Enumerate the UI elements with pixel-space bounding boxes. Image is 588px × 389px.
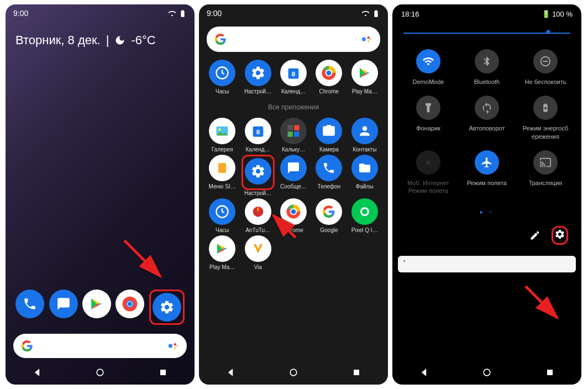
- app-label: Google: [320, 227, 338, 233]
- app-label: Часы: [216, 88, 229, 94]
- dock-chrome[interactable]: [116, 290, 144, 318]
- nav-recent[interactable]: [351, 367, 362, 378]
- app-файлы[interactable]: Файлы: [348, 155, 382, 196]
- qs-cast-icon[interactable]: Трансляция: [518, 150, 573, 195]
- svg-text:8: 8: [256, 128, 260, 135]
- qs-row: ФонарикАвтоповоротРежим энергосб ережени…: [392, 96, 581, 140]
- svg-point-9: [97, 369, 103, 376]
- app-chrome[interactable]: Chrome: [312, 60, 346, 94]
- date-text: Вторник, 8 дек.: [15, 33, 101, 48]
- play-store-icon: [209, 235, 235, 262]
- dock-phone[interactable]: [15, 290, 44, 318]
- app-label: Pixel Q I…: [351, 227, 378, 233]
- qs-data-icon[interactable]: Моб. Интернет Режим полета: [401, 150, 456, 195]
- app-label: Play Ма…: [209, 264, 235, 270]
- qs-wifi-icon[interactable]: DemoMode: [401, 49, 456, 86]
- qs-flashlight-icon[interactable]: Фонарик: [401, 96, 456, 140]
- nav-back[interactable]: [32, 367, 43, 378]
- nav-back[interactable]: [225, 367, 236, 378]
- assistant-icon[interactable]: [167, 340, 179, 352]
- svg-point-7: [174, 347, 176, 349]
- svg-point-8: [176, 345, 177, 346]
- app-календ[interactable]: 8Календ…: [241, 118, 275, 153]
- annotation-arrow-2: [268, 210, 301, 245]
- battery-saver-icon: [533, 96, 558, 120]
- svg-point-43: [484, 369, 490, 376]
- clock-icon: [209, 60, 235, 86]
- qs-battery-saver-icon[interactable]: Режим энергосб ережения: [518, 96, 573, 140]
- app-телефон[interactable]: Телефон: [312, 155, 346, 196]
- battery-text: 🔋 100 %: [542, 10, 573, 18]
- app-настрой[interactable]: Настрой…: [241, 60, 275, 94]
- svg-point-14: [370, 39, 371, 40]
- annotation-arrow-1: [122, 238, 171, 290]
- app-часы[interactable]: Часы: [205, 60, 239, 94]
- nav-home[interactable]: [288, 367, 299, 378]
- app-контакты[interactable]: Контакты: [348, 118, 382, 153]
- date-weather-widget[interactable]: Вторник, 8 дек. | -6°C: [6, 22, 195, 59]
- dock-play-store[interactable]: [82, 290, 111, 318]
- search-bar[interactable]: [207, 27, 380, 52]
- app-настрой[interactable]: Настрой…: [241, 155, 275, 196]
- app-сообще[interactable]: Сообще…: [276, 155, 311, 196]
- settings-icon[interactable]: [554, 229, 565, 240]
- gallery-icon: [209, 118, 235, 144]
- qs-airplane-icon[interactable]: Режим полета: [459, 150, 514, 195]
- app-галерея[interactable]: Галерея: [205, 118, 239, 153]
- qs-footer: [392, 219, 581, 254]
- app-кальку[interactable]: Кальку…: [276, 118, 311, 153]
- app-label: AnTuTu…: [245, 227, 270, 233]
- qs-label: Трансляция: [529, 179, 563, 187]
- svg-rect-25: [287, 125, 292, 130]
- assistant-icon[interactable]: [360, 33, 372, 45]
- search-bar[interactable]: [13, 334, 187, 358]
- status-time: 9:00: [13, 9, 28, 18]
- qs-rotate-icon[interactable]: Автоповорот: [459, 96, 514, 140]
- app-label: Контакты: [353, 146, 376, 153]
- app-label: Меню SI…: [209, 183, 236, 190]
- nav-home[interactable]: [95, 367, 106, 378]
- dock-messages[interactable]: [49, 290, 78, 318]
- play-store-icon: [351, 60, 378, 86]
- chrome-icon: [316, 60, 342, 86]
- nav-back[interactable]: [418, 367, 429, 378]
- dock-settings[interactable]: [153, 293, 181, 322]
- app-камера[interactable]: Камера: [312, 118, 346, 153]
- navbar: [6, 360, 195, 385]
- app-менюsi[interactable]: Меню SI…: [205, 155, 239, 196]
- edit-icon[interactable]: [529, 230, 540, 241]
- svg-point-36: [362, 209, 368, 214]
- nav-recent[interactable]: [544, 367, 555, 378]
- app-label: Календ…: [246, 146, 270, 153]
- svg-point-4: [128, 302, 132, 306]
- via-icon: [245, 235, 271, 262]
- svg-rect-27: [287, 132, 292, 136]
- svg-rect-39: [354, 370, 359, 375]
- app-label: Галерея: [212, 146, 233, 153]
- svg-rect-41: [543, 61, 548, 62]
- svg-point-13: [368, 40, 369, 42]
- settings-icon: [245, 158, 271, 185]
- qs-bluetooth-icon[interactable]: Bluetooth: [459, 49, 514, 86]
- app-playма[interactable]: Play Ма…: [348, 60, 382, 94]
- app-часы[interactable]: Часы: [205, 198, 239, 233]
- app-календ[interactable]: 8Календ…: [276, 60, 311, 94]
- svg-point-11: [362, 37, 366, 41]
- dnd-icon: [533, 49, 558, 73]
- brightness-slider[interactable]: [403, 33, 570, 34]
- nav-home[interactable]: [481, 367, 492, 378]
- app-pixelqi[interactable]: Pixel Q I…: [348, 198, 382, 233]
- app-google[interactable]: Google: [312, 198, 346, 233]
- brightness-icon: [543, 28, 554, 39]
- app-label: Камера: [319, 146, 339, 153]
- google-icon: [316, 198, 342, 225]
- qs-dnd-icon[interactable]: Не беспокоить: [518, 49, 573, 86]
- svg-line-37: [274, 215, 296, 238]
- nav-recent[interactable]: [158, 367, 169, 378]
- app-playма[interactable]: Play Ма…: [205, 235, 239, 270]
- status-time: 9:00: [207, 9, 222, 18]
- phone-icon: [316, 155, 342, 181]
- all-apps-grid: Галерея8Календ…Кальку…КамераКонтактыМеню…: [199, 118, 388, 270]
- notification-card[interactable]: •: [398, 256, 576, 272]
- contacts-icon: [351, 118, 378, 144]
